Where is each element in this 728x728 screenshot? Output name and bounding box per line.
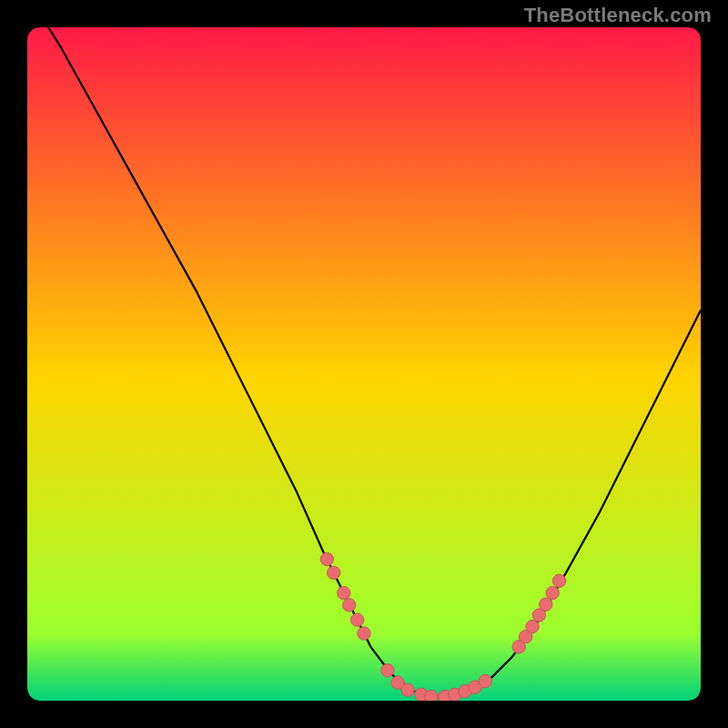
marker-dot [401, 683, 414, 696]
marker-dot [526, 620, 539, 632]
marker-dot [552, 574, 565, 587]
bottleneck-chart [0, 0, 728, 728]
chart-stage: TheBottleneck.com [0, 0, 728, 728]
marker-dot [358, 627, 370, 640]
marker-dot [540, 598, 552, 611]
marker-dot [381, 664, 394, 677]
marker-dot [343, 599, 356, 612]
marker-dot [338, 586, 350, 599]
marker-dot [328, 566, 340, 579]
marker-dot [479, 674, 491, 687]
marker-dot [350, 613, 363, 626]
marker-dot [546, 586, 559, 599]
plot-background [27, 27, 701, 701]
marker-dot [320, 552, 333, 565]
watermark: TheBottleneck.com [524, 4, 712, 27]
